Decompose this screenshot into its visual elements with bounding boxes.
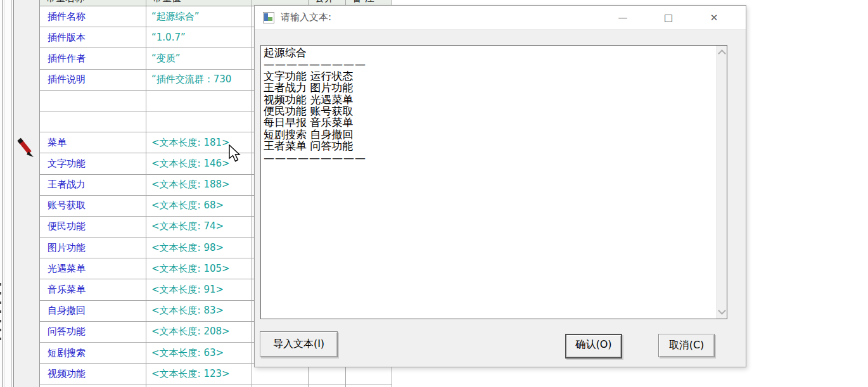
screen: 常量名称 常量值 公开 备 注 插件名称“起源综合” 插件版本“1.0.7” 插…	[0, 0, 868, 387]
import-text-button[interactable]: 导入文本(I)	[260, 331, 338, 357]
clipped-text-fragment	[0, 310, 1, 313]
textarea-line: 每日早报 音乐菜单	[264, 117, 713, 128]
window-controls: — □ ✕	[600, 6, 737, 30]
column-header-value: 常量值	[146, 0, 252, 6]
rail-divider	[2, 0, 3, 387]
rail-divider	[13, 0, 14, 387]
clipped-text-fragment	[0, 338, 1, 340]
dialog-titlebar[interactable]: 请输入文本: — □ ✕	[255, 6, 746, 30]
textarea-line: 视频功能 光遇菜单	[264, 94, 713, 105]
textarea-line: 王者战力 图片功能	[264, 82, 713, 93]
textarea-line: 短剧搜索 自身撤回	[264, 129, 713, 140]
close-button[interactable]: ✕	[691, 6, 737, 30]
red-pencil-icon	[16, 137, 35, 162]
textarea-line: —————————	[264, 58, 713, 70]
clipped-text-fragment	[0, 283, 1, 286]
textarea-line: —————————	[264, 152, 713, 163]
textarea-content: 起源综合 ————————— 文字功能 运行状态 王者战力 图片功能 视频功能 …	[264, 47, 713, 317]
confirm-button[interactable]: 确认(O)	[565, 334, 622, 358]
input-text-dialog: 请输入文本: — □ ✕ 起源综合 ————————— 文字功能 运行状态 王者…	[254, 5, 746, 367]
left-rail	[0, 0, 39, 387]
form-window-icon	[263, 12, 274, 23]
dialog-title: 请输入文本:	[281, 11, 331, 23]
scrollbar[interactable]	[716, 46, 727, 319]
rail-divider	[4, 0, 4, 387]
cancel-button[interactable]: 取消(C)	[658, 334, 715, 357]
textarea-line: 文字功能 运行状态	[264, 70, 713, 82]
table-row	[40, 384, 392, 387]
clipped-text-fragment	[0, 301, 1, 304]
clipped-text-fragment	[0, 320, 1, 322]
textarea-line: 王者菜单 问答功能	[264, 140, 713, 151]
clipped-text-fragment	[0, 292, 1, 295]
minimize-button[interactable]: —	[600, 6, 646, 30]
rail-divider	[11, 0, 12, 387]
textarea-line: 便民功能 账号获取	[264, 105, 713, 117]
text-input-area[interactable]: 起源综合 ————————— 文字功能 运行状态 王者战力 图片功能 视频功能 …	[260, 45, 727, 319]
maximize-button[interactable]: □	[646, 6, 691, 30]
column-header-name: 常量名称	[40, 0, 146, 6]
clipped-text-fragment	[0, 329, 1, 331]
textarea-line: 起源综合	[264, 47, 713, 58]
chevron-down-icon[interactable]	[718, 307, 726, 315]
chevron-up-icon[interactable]	[718, 49, 726, 58]
